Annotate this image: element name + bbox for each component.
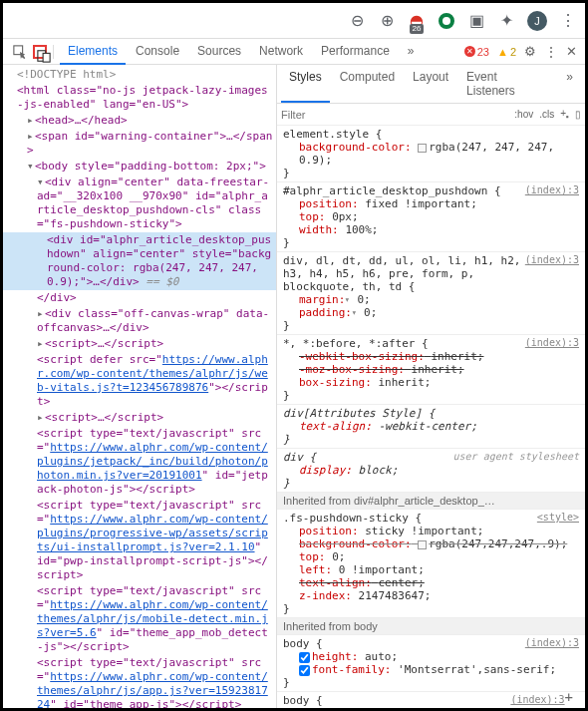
rule-attr-style[interactable]: div[Attributes Style] { text-align: -web… (277, 405, 585, 449)
tab-styles-more-icon[interactable]: » (558, 65, 581, 103)
source-link[interactable]: (index):3 (525, 337, 579, 350)
dom-script-defer[interactable]: <script defer src="https://www.alphr.com… (3, 352, 276, 410)
rule-star[interactable]: *, *:before, *:after {(index):3 -webkit-… (277, 335, 585, 405)
zoom-out-icon[interactable]: ⊖ (348, 12, 366, 30)
svg-rect-2 (43, 53, 50, 62)
error-count[interactable]: ✕23 (464, 46, 489, 58)
source-link[interactable]: (index):3 (525, 637, 579, 650)
dom-script-mobile[interactable]: <script type="text/javascript" src="http… (3, 583, 276, 655)
devtools-tabstrip: Elements Console Sources Network Perform… (3, 39, 585, 65)
device-toolbar-icon[interactable] (33, 45, 47, 59)
inherit-header-div: Inherited from div#alphr_article_desktop… (277, 493, 585, 510)
rule-pushdown[interactable]: #alphr_article_desktop_pushdown {(index)… (277, 182, 585, 252)
devtools-menu-icon[interactable]: ⋮ (544, 44, 558, 60)
notif-count: 26 (410, 24, 424, 34)
tab-computed[interactable]: Computed (332, 65, 403, 103)
dom-close-div[interactable]: </div> (3, 290, 276, 306)
filter-row: :hov .cls +▪ ▯ (277, 104, 585, 126)
tab-styles[interactable]: Styles (281, 65, 330, 103)
source-link[interactable]: (index):3 (525, 254, 579, 293)
styles-tabs: Styles Computed Layout Event Listeners » (277, 65, 585, 104)
dom-script1[interactable]: ▸<script>…</script> (3, 336, 276, 352)
frame-icon[interactable]: ▣ (467, 12, 485, 30)
profile-avatar[interactable]: J (527, 11, 547, 31)
rule-reset[interactable]: div, dl, dt, dd, ul, ol, li, h1, h2, h3,… (277, 252, 585, 335)
dom-selected-pushdown[interactable]: <div id="alphr_article_desktop_pushdown"… (3, 232, 276, 290)
rule-body2[interactable]: body {(index):3 background:▸ #fff; color… (277, 692, 585, 708)
browser-menu-icon[interactable]: ⋮ (559, 12, 577, 30)
dom-head[interactable]: ▸<head>…</head> (3, 113, 276, 129)
prop-checkbox[interactable] (299, 665, 310, 676)
rule-ua-div[interactable]: div {user agent stylesheet display: bloc… (277, 449, 585, 493)
tab-layout[interactable]: Layout (405, 65, 456, 103)
dom-offcanvas[interactable]: ▸<div class="off-canvas-wrap" data-offca… (3, 306, 276, 336)
dom-body[interactable]: ▾<body style="padding-bottom: 2px;"> (3, 159, 276, 175)
green-circle-icon[interactable] (438, 12, 455, 30)
tab-listeners[interactable]: Event Listeners (458, 65, 556, 103)
hov-toggle[interactable]: :hov (514, 109, 533, 120)
filter-input[interactable] (281, 109, 514, 121)
browser-toolbar: ⊖ ⊕ ◓26 ▣ ✦ J ⋮ (3, 3, 585, 39)
rules-list[interactable]: element.style { background-color: rgba(2… (277, 126, 585, 708)
source-link[interactable]: <style> (537, 512, 579, 525)
dom-span-warn[interactable]: ▸<span id="warning-container">…</span> (3, 129, 276, 159)
dom-script2[interactable]: ▸<script>…</script> (3, 410, 276, 426)
tab-network[interactable]: Network (251, 39, 311, 65)
extensions-icon[interactable]: ✦ (497, 12, 515, 30)
more-styles-icon[interactable]: ▯ (575, 109, 581, 120)
prop-checkbox[interactable] (299, 652, 310, 663)
tab-performance[interactable]: Performance (313, 39, 398, 65)
zoom-in-icon[interactable]: ⊕ (378, 12, 396, 30)
dom-script-pwp[interactable]: <script type="text/javascript" src="http… (3, 498, 276, 583)
rule-element-style[interactable]: element.style { background-color: rgba(2… (277, 126, 585, 182)
dom-script-photon[interactable]: <script type="text/javascript" src="http… (3, 426, 276, 498)
dom-doctype[interactable]: <!DOCTYPE html> (3, 67, 276, 83)
inherit-header-body: Inherited from body (277, 618, 585, 635)
dom-freestar[interactable]: ▾<div align="center" data-freestar-ad="_… (3, 175, 276, 232)
close-devtools-icon[interactable]: ✕ (566, 44, 577, 59)
dom-script-app[interactable]: <script type="text/javascript" src="http… (3, 655, 276, 708)
source-link[interactable]: (index):3 (510, 694, 564, 707)
notification-icon[interactable]: ◓26 (408, 12, 426, 30)
tab-sources[interactable]: Sources (189, 39, 249, 65)
tab-more-icon[interactable]: » (400, 39, 423, 65)
dom-html[interactable]: <html class="no-js jetpack-lazy-images-j… (3, 83, 276, 113)
rule-body1[interactable]: body {(index):3 height: auto; font-famil… (277, 635, 585, 692)
tab-console[interactable]: Console (128, 39, 187, 65)
cls-toggle[interactable]: .cls (539, 109, 554, 120)
settings-icon[interactable]: ⚙ (524, 44, 536, 59)
warning-count[interactable]: ▲2 (497, 46, 516, 58)
new-rule-icon[interactable]: +▪ (560, 108, 569, 122)
inspect-element-icon[interactable] (13, 45, 27, 59)
main-tabs: Elements Console Sources Network Perform… (60, 39, 462, 65)
elements-tree[interactable]: <!DOCTYPE html> <html class="no-js jetpa… (3, 65, 277, 708)
styles-panel: Styles Computed Layout Event Listeners »… (277, 65, 585, 708)
rule-fs-sticky[interactable]: .fs-pushdown-sticky {<style> position: s… (277, 510, 585, 618)
source-link[interactable]: (index):3 (525, 184, 579, 197)
tab-elements[interactable]: Elements (60, 39, 126, 65)
